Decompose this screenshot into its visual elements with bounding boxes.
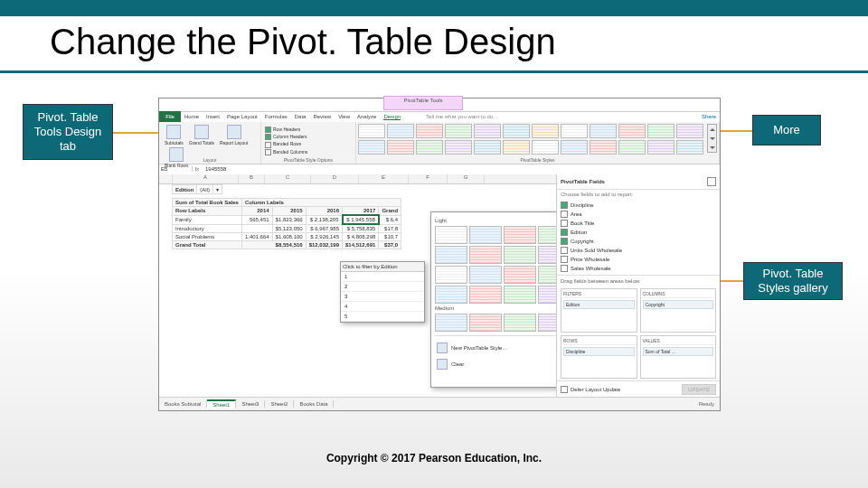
style-thumb[interactable] (532, 140, 559, 155)
banded-rows-checkbox[interactable]: Banded Rows (265, 140, 352, 147)
style-thumb[interactable] (469, 226, 502, 244)
field-checkbox[interactable]: Book Title (561, 219, 716, 228)
field-checkbox[interactable]: Price Wholesale (561, 255, 716, 264)
col-E[interactable]: E (359, 174, 409, 183)
area-rows[interactable]: ROWSDiscipline (561, 335, 637, 380)
style-thumb[interactable] (590, 140, 617, 155)
field-checkbox[interactable]: Discipline (561, 201, 716, 210)
area-values[interactable]: VALUESSum of Total … (640, 335, 717, 380)
style-thumb[interactable] (435, 226, 467, 244)
tab-home[interactable]: Home (184, 114, 199, 119)
tab-analyze[interactable]: Analyze (357, 114, 376, 119)
sheet-tab[interactable]: Books Data (294, 400, 334, 408)
selected-cell[interactable]: $ 1,945,558 (343, 215, 379, 224)
tell-me[interactable]: Tell me what you want to do… (426, 114, 498, 119)
row-headers-checkbox[interactable]: Row Headers (265, 126, 352, 133)
column-headers-checkbox[interactable]: Column Headers (265, 133, 352, 140)
tab-data[interactable]: Data (295, 114, 307, 119)
fields-hint: Choose fields to add to report: (561, 192, 633, 197)
style-thumb[interactable] (469, 266, 502, 284)
col-C[interactable]: C (265, 174, 311, 183)
table-row: Introductory $5,123,050 $ 6,967,985 $ 5,… (173, 224, 401, 233)
subtotals-button[interactable]: Subtotals (165, 125, 184, 145)
col-B[interactable]: B (239, 174, 265, 183)
style-thumb[interactable] (387, 140, 414, 155)
field-checkbox[interactable]: Sales Wholesale (561, 264, 716, 273)
area-columns[interactable]: COLUMNSCopyright (640, 288, 717, 333)
formula-value[interactable]: 1945558 (202, 166, 226, 172)
style-thumb[interactable] (618, 140, 646, 155)
styles-more-button[interactable] (707, 124, 717, 153)
grand-totals-button[interactable]: Grand Totals (189, 125, 214, 145)
chevron-up-icon (710, 128, 715, 131)
share-button[interactable]: Share (702, 114, 716, 119)
tab-insert[interactable]: Insert (206, 114, 220, 119)
style-thumb[interactable] (474, 124, 501, 138)
style-thumb[interactable] (435, 246, 467, 264)
area-filters[interactable]: FILTERSEdition (561, 288, 637, 333)
filter-popup[interactable]: Click to filter by Edition 1 2 3 4 5 (340, 261, 425, 323)
style-thumb[interactable] (445, 124, 472, 138)
style-thumb[interactable] (561, 140, 588, 155)
drag-hint: Drag fields between areas below: (557, 275, 720, 286)
file-tab[interactable]: File (159, 111, 181, 122)
style-thumb[interactable] (469, 246, 502, 264)
style-thumb[interactable] (504, 314, 536, 332)
style-thumb[interactable] (387, 124, 414, 138)
callout-more: More (752, 115, 821, 145)
banded-columns-checkbox[interactable]: Banded Columns (265, 148, 352, 155)
style-thumb[interactable] (647, 124, 675, 138)
style-thumb[interactable] (358, 140, 385, 155)
tab-design[interactable]: Design (383, 114, 401, 120)
tab-formulas[interactable]: Formulas (265, 114, 288, 119)
defer-checkbox[interactable]: Defer Layout Update (561, 385, 620, 394)
col-A[interactable]: A (173, 174, 239, 183)
style-thumb[interactable] (504, 266, 536, 284)
update-button[interactable]: UPDATE (682, 384, 716, 395)
field-checkbox[interactable]: Units Sold Wholesale (561, 246, 716, 255)
style-thumb[interactable] (416, 140, 443, 155)
field-checkbox[interactable]: Copyright (561, 237, 716, 246)
sheet-tab[interactable]: Sheet1 (207, 399, 236, 408)
style-thumb[interactable] (590, 124, 617, 138)
tab-page-layout[interactable]: Page Layout (227, 114, 258, 119)
sheet-tab[interactable]: Sheet3 (236, 400, 265, 408)
style-thumb[interactable] (561, 124, 588, 138)
style-thumb[interactable] (435, 266, 467, 284)
style-thumb[interactable] (358, 124, 385, 138)
gear-icon[interactable] (707, 177, 716, 186)
sheet-tab[interactable]: Sheet2 (265, 400, 294, 408)
tab-view[interactable]: View (338, 114, 350, 119)
style-thumb[interactable] (504, 286, 536, 304)
style-thumb[interactable] (676, 124, 703, 138)
col-D[interactable]: D (311, 174, 359, 183)
field-checkbox[interactable]: Edition (561, 228, 716, 237)
style-thumb[interactable] (474, 140, 501, 155)
name-box[interactable]: E5 (159, 166, 193, 172)
style-thumb[interactable] (469, 286, 502, 304)
style-thumb[interactable] (503, 124, 530, 138)
sheet-tab[interactable]: Books Subtotal (159, 400, 207, 408)
style-thumb[interactable] (435, 314, 467, 332)
grand-totals-icon (194, 125, 209, 139)
style-thumb[interactable] (503, 140, 530, 155)
style-thumb[interactable] (647, 140, 675, 155)
style-thumb[interactable] (676, 140, 703, 155)
col-G[interactable]: G (448, 174, 485, 183)
report-layout-button[interactable]: Report Layout (220, 125, 248, 145)
field-checkbox[interactable]: Area (561, 210, 716, 219)
style-thumb[interactable] (416, 124, 443, 138)
style-thumb[interactable] (445, 140, 472, 155)
tab-review[interactable]: Review (313, 114, 331, 119)
style-thumb[interactable] (504, 226, 536, 244)
style-thumb[interactable] (469, 314, 502, 332)
filter-header: Click to filter by Edition (341, 262, 424, 272)
chevron-down-icon (710, 146, 715, 149)
style-thumb[interactable] (532, 124, 559, 138)
style-thumb[interactable] (435, 286, 467, 304)
style-thumb[interactable] (618, 124, 646, 138)
copyright: Copyright © 2017 Pearson Education, Inc. (0, 452, 868, 465)
fx-icon[interactable]: fx (193, 166, 202, 172)
col-F[interactable]: F (409, 174, 448, 183)
style-thumb[interactable] (504, 246, 536, 264)
